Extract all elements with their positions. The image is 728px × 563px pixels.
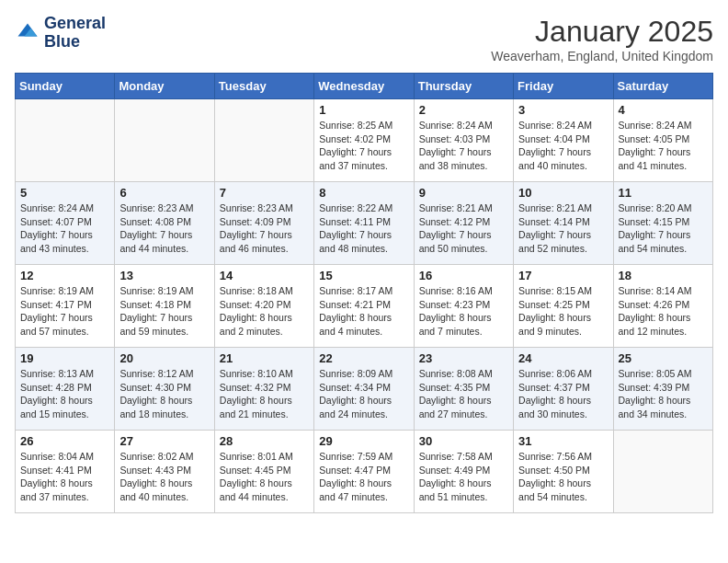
day-number: 24 [518, 351, 608, 365]
table-row: 12Sunrise: 8:19 AMSunset: 4:17 PMDayligh… [16, 265, 115, 348]
day-info: Sunrise: 8:21 AMSunset: 4:14 PMDaylight:… [518, 201, 608, 256]
weekday-header-wednesday: Wednesday [314, 74, 414, 99]
day-info: Sunrise: 8:08 AMSunset: 4:35 PMDaylight:… [419, 367, 508, 421]
day-number: 27 [119, 434, 209, 448]
table-row: 8Sunrise: 8:22 AMSunset: 4:11 PMDaylight… [314, 182, 414, 265]
table-row: 16Sunrise: 8:16 AMSunset: 4:23 PMDayligh… [414, 265, 513, 348]
calendar-week-row: 26Sunrise: 8:04 AMSunset: 4:41 PMDayligh… [16, 431, 713, 513]
day-number: 4 [619, 103, 708, 117]
day-number: 26 [20, 434, 109, 448]
day-info: Sunrise: 8:05 AMSunset: 4:39 PMDaylight:… [619, 367, 708, 421]
table-row: 31Sunrise: 7:56 AMSunset: 4:50 PMDayligh… [514, 431, 613, 513]
table-row: 9Sunrise: 8:21 AMSunset: 4:12 PMDaylight… [414, 182, 513, 265]
day-info: Sunrise: 8:09 AMSunset: 4:34 PMDaylight:… [319, 367, 408, 421]
calendar-week-row: 1Sunrise: 8:25 AMSunset: 4:02 PMDaylight… [16, 99, 713, 182]
location: Weaverham, England, United Kingdom [491, 49, 713, 63]
day-info: Sunrise: 8:18 AMSunset: 4:20 PMDaylight:… [220, 284, 309, 339]
table-row: 6Sunrise: 8:23 AMSunset: 4:08 PMDaylight… [115, 182, 214, 265]
day-info: Sunrise: 8:22 AMSunset: 4:11 PMDaylight:… [319, 201, 408, 256]
month-title: January 2025 [491, 15, 713, 49]
logo-icon [15, 20, 40, 46]
day-number: 8 [319, 186, 408, 200]
day-number: 15 [319, 269, 408, 282]
weekday-header-row: SundayMondayTuesdayWednesdayThursdayFrid… [16, 74, 713, 99]
day-info: Sunrise: 8:01 AMSunset: 4:45 PMDaylight:… [220, 450, 309, 504]
day-number: 23 [419, 351, 508, 365]
table-row: 11Sunrise: 8:20 AMSunset: 4:15 PMDayligh… [613, 182, 712, 265]
day-number: 25 [619, 351, 708, 365]
day-info: Sunrise: 8:20 AMSunset: 4:15 PMDaylight:… [619, 201, 708, 256]
day-info: Sunrise: 8:23 AMSunset: 4:08 PMDaylight:… [119, 201, 209, 256]
weekday-header-thursday: Thursday [414, 74, 513, 99]
day-number: 10 [518, 186, 608, 200]
day-info: Sunrise: 8:25 AMSunset: 4:02 PMDaylight:… [319, 119, 408, 173]
table-row: 5Sunrise: 8:24 AMSunset: 4:07 PMDaylight… [16, 182, 115, 265]
table-row [613, 431, 712, 513]
table-row: 17Sunrise: 8:15 AMSunset: 4:25 PMDayligh… [514, 265, 613, 348]
table-row: 4Sunrise: 8:24 AMSunset: 4:05 PMDaylight… [613, 99, 712, 182]
day-info: Sunrise: 7:59 AMSunset: 4:47 PMDaylight:… [319, 450, 408, 504]
day-number: 21 [220, 351, 309, 365]
table-row: 23Sunrise: 8:08 AMSunset: 4:35 PMDayligh… [414, 348, 513, 431]
day-number: 22 [319, 351, 408, 365]
table-row: 20Sunrise: 8:12 AMSunset: 4:30 PMDayligh… [115, 348, 214, 431]
table-row: 24Sunrise: 8:06 AMSunset: 4:37 PMDayligh… [514, 348, 613, 431]
weekday-header-friday: Friday [514, 74, 613, 99]
day-number: 2 [419, 103, 508, 117]
day-info: Sunrise: 8:14 AMSunset: 4:26 PMDaylight:… [619, 284, 708, 339]
table-row: 15Sunrise: 8:17 AMSunset: 4:21 PMDayligh… [314, 265, 414, 348]
day-number: 18 [619, 269, 708, 282]
day-info: Sunrise: 8:04 AMSunset: 4:41 PMDaylight:… [20, 450, 109, 504]
weekday-header-saturday: Saturday [613, 74, 712, 99]
table-row: 14Sunrise: 8:18 AMSunset: 4:20 PMDayligh… [214, 265, 313, 348]
table-row: 26Sunrise: 8:04 AMSunset: 4:41 PMDayligh… [16, 431, 115, 513]
table-row: 19Sunrise: 8:13 AMSunset: 4:28 PMDayligh… [16, 348, 115, 431]
table-row: 28Sunrise: 8:01 AMSunset: 4:45 PMDayligh… [214, 431, 313, 513]
day-number: 16 [419, 269, 508, 282]
day-info: Sunrise: 8:15 AMSunset: 4:25 PMDaylight:… [518, 284, 608, 339]
table-row: 25Sunrise: 8:05 AMSunset: 4:39 PMDayligh… [613, 348, 712, 431]
day-number: 20 [119, 351, 209, 365]
page-header: General Blue January 2025 Weaverham, Eng… [15, 15, 713, 63]
day-info: Sunrise: 8:19 AMSunset: 4:17 PMDaylight:… [20, 284, 109, 339]
table-row: 10Sunrise: 8:21 AMSunset: 4:14 PMDayligh… [514, 182, 613, 265]
day-number: 11 [619, 186, 708, 200]
day-number: 29 [319, 434, 408, 448]
day-number: 9 [419, 186, 508, 200]
day-number: 1 [319, 103, 408, 117]
day-number: 3 [518, 103, 608, 117]
day-info: Sunrise: 8:24 AMSunset: 4:05 PMDaylight:… [619, 119, 708, 173]
day-info: Sunrise: 8:23 AMSunset: 4:09 PMDaylight:… [220, 201, 309, 256]
table-row: 18Sunrise: 8:14 AMSunset: 4:26 PMDayligh… [613, 265, 712, 348]
day-info: Sunrise: 8:10 AMSunset: 4:32 PMDaylight:… [220, 367, 309, 421]
day-info: Sunrise: 8:24 AMSunset: 4:03 PMDaylight:… [419, 119, 508, 173]
day-number: 7 [220, 186, 309, 200]
table-row [115, 99, 214, 182]
table-row [16, 99, 115, 182]
day-number: 14 [220, 269, 309, 282]
day-info: Sunrise: 8:12 AMSunset: 4:30 PMDaylight:… [119, 367, 209, 421]
calendar-week-row: 19Sunrise: 8:13 AMSunset: 4:28 PMDayligh… [16, 348, 713, 431]
logo: General Blue [15, 15, 106, 52]
day-info: Sunrise: 8:24 AMSunset: 4:07 PMDaylight:… [20, 201, 109, 256]
table-row: 21Sunrise: 8:10 AMSunset: 4:32 PMDayligh… [214, 348, 313, 431]
table-row: 27Sunrise: 8:02 AMSunset: 4:43 PMDayligh… [115, 431, 214, 513]
day-number: 6 [119, 186, 209, 200]
day-number: 31 [518, 434, 608, 448]
table-row [214, 99, 313, 182]
title-block: January 2025 Weaverham, England, United … [491, 15, 713, 63]
calendar-week-row: 5Sunrise: 8:24 AMSunset: 4:07 PMDaylight… [16, 182, 713, 265]
day-number: 12 [20, 269, 109, 282]
table-row: 3Sunrise: 8:24 AMSunset: 4:04 PMDaylight… [514, 99, 613, 182]
calendar: SundayMondayTuesdayWednesdayThursdayFrid… [15, 73, 713, 513]
table-row: 1Sunrise: 8:25 AMSunset: 4:02 PMDaylight… [314, 99, 414, 182]
day-info: Sunrise: 8:24 AMSunset: 4:04 PMDaylight:… [518, 119, 608, 173]
day-info: Sunrise: 7:58 AMSunset: 4:49 PMDaylight:… [419, 450, 508, 504]
weekday-header-sunday: Sunday [16, 74, 115, 99]
day-number: 17 [518, 269, 608, 282]
weekday-header-tuesday: Tuesday [214, 74, 313, 99]
calendar-week-row: 12Sunrise: 8:19 AMSunset: 4:17 PMDayligh… [16, 265, 713, 348]
day-info: Sunrise: 8:13 AMSunset: 4:28 PMDaylight:… [20, 367, 109, 421]
logo-text: General Blue [44, 15, 106, 52]
day-number: 30 [419, 434, 508, 448]
